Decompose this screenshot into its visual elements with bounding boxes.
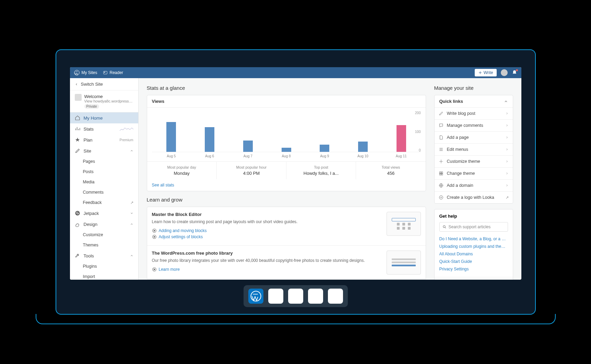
chevron-right-icon — [505, 160, 509, 163]
chart-bar[interactable] — [166, 122, 176, 152]
chevron-up-icon[interactable] — [504, 99, 508, 104]
sidebar-item-label: Feedback — [83, 200, 127, 205]
sidebar-item-my-home[interactable]: My Home — [70, 112, 138, 123]
laptop-base — [36, 314, 556, 324]
svg-rect-2 — [104, 72, 105, 73]
learn-link[interactable]: Adding and moving blocks — [152, 228, 382, 233]
learn-thumb — [387, 212, 421, 236]
help-link[interactable]: All About Domains — [439, 250, 508, 258]
search-placeholder: Search support articles — [449, 225, 491, 229]
dock-app[interactable] — [308, 289, 323, 304]
learn-item: The WordPress.com free photo libraryOur … — [147, 246, 426, 279]
sidebar-item-label: My Home — [84, 116, 133, 121]
chart-label: Aug 8 — [270, 154, 303, 158]
quick-links-title: Quick links — [439, 99, 463, 104]
looka-icon — [439, 195, 444, 200]
chart-bar[interactable] — [397, 125, 406, 152]
sidebar-item-stats[interactable]: Stats — [70, 123, 138, 134]
help-link[interactable]: Privacy Settings — [439, 265, 508, 273]
quick-link-create-a-logo-with-looka[interactable]: Create a logo with Looka↗ — [435, 192, 513, 203]
help-link[interactable]: Do I Need a Website, a Blog, or a W... — [439, 235, 508, 243]
help-link[interactable]: Uploading custom plugins and them... — [439, 243, 508, 250]
quick-link-add-a-domain[interactable]: Add a domain — [435, 180, 513, 192]
learn-link[interactable]: Adjust settings of blocks — [152, 234, 382, 239]
more-help-link[interactable]: ? More help — [435, 277, 513, 280]
my-sites-link[interactable]: My Sites — [74, 70, 97, 75]
sidebar-item-themes[interactable]: Themes — [70, 240, 138, 250]
sidebar: Switch Site Welcome View howdya8c.wordpr… — [70, 78, 139, 280]
chart-label: Aug 10 — [347, 154, 379, 158]
chart-label: Aug 5 — [155, 154, 188, 158]
jetpack-icon — [75, 210, 80, 216]
stat-value: 4:00 PM — [219, 171, 284, 176]
avatar[interactable] — [501, 69, 508, 76]
notifications-button[interactable] — [512, 70, 517, 75]
chevron-right-icon — [505, 136, 509, 139]
app-screen: My Sites Reader Write — [70, 67, 521, 280]
quick-link-manage-comments[interactable]: Manage comments — [435, 120, 513, 132]
quick-link-add-a-page[interactable]: Add a page — [435, 132, 513, 144]
quick-link-change-theme[interactable]: Change theme — [435, 168, 513, 180]
svg-rect-11 — [439, 174, 441, 175]
sidebar-item-posts[interactable]: Posts — [70, 167, 138, 177]
sidebar-item-pages[interactable]: Pages — [70, 156, 138, 167]
svg-point-8 — [440, 161, 442, 162]
chevron-right-icon — [505, 172, 509, 175]
help-link[interactable]: Quick-Start Guide — [439, 258, 508, 265]
sidebar-item-media[interactable]: Media — [70, 177, 138, 187]
chart-bar[interactable] — [243, 141, 253, 152]
sidebar-item-tools[interactable]: Tools — [70, 250, 138, 261]
laptop-frame: My Sites Reader Write — [56, 49, 536, 315]
star-icon — [75, 137, 80, 143]
see-all-stats-link[interactable]: See all stats — [147, 179, 426, 191]
chart-bar[interactable] — [282, 148, 291, 152]
external-icon: ↗ — [130, 201, 133, 205]
learn-item-desc: Learn how to create stunning post and pa… — [152, 219, 382, 225]
chart-label: Aug 6 — [193, 154, 226, 158]
quick-links-card: Quick links Write blog postManage commen… — [434, 95, 513, 204]
quick-link-label: Add a page — [447, 135, 502, 140]
reader-link[interactable]: Reader — [103, 70, 123, 75]
sidebar-item-plan[interactable]: PlanPremium — [70, 134, 138, 145]
write-button[interactable]: Write — [475, 69, 497, 76]
sidebar-item-customize[interactable]: Customize — [70, 230, 138, 240]
learn-card: Master the Block EditorLearn how to crea… — [147, 207, 426, 280]
dock-wordpress-app[interactable] — [248, 289, 263, 304]
quick-link-label: Customize theme — [447, 159, 502, 164]
comment-icon — [439, 123, 444, 128]
sidebar-item-design[interactable]: Design — [70, 219, 138, 230]
dock-app[interactable] — [328, 289, 343, 304]
learn-link[interactable]: Learn more — [152, 267, 382, 272]
wrench-icon — [75, 253, 80, 258]
chart-bar[interactable] — [358, 142, 368, 152]
dock-app[interactable] — [288, 289, 303, 304]
chart-bar[interactable] — [320, 145, 329, 152]
sidebar-item-plugins[interactable]: Plugins — [70, 261, 138, 271]
switch-site-link[interactable]: Switch Site — [70, 78, 138, 90]
chart-bar[interactable] — [205, 127, 214, 152]
sidebar-item-label: Tools — [84, 253, 127, 258]
svg-point-0 — [74, 70, 79, 75]
search-input[interactable]: Search support articles — [439, 222, 508, 232]
quick-link-customize-theme[interactable]: Customize theme — [435, 156, 513, 168]
stat-label: Most popular hour — [219, 165, 284, 169]
chevron-right-icon — [505, 112, 509, 115]
dock-app[interactable] — [268, 289, 283, 304]
sidebar-item-label: Posts — [83, 169, 133, 174]
quick-link-edit-menus[interactable]: Edit menus — [435, 144, 513, 156]
svg-point-3 — [75, 211, 80, 215]
search-icon — [442, 225, 447, 229]
sidebar-item-site[interactable]: Site — [70, 145, 138, 156]
sidebar-item-label: Plan — [84, 137, 116, 143]
site-header[interactable]: Welcome View howdya8c.wordpress.com Priv… — [70, 90, 138, 112]
stat-cell: Most popular dayMonday — [147, 162, 217, 179]
sidebar-item-comments[interactable]: Comments — [70, 187, 138, 197]
nav-extra: Premium — [119, 138, 133, 142]
sidebar-item-import[interactable]: Import — [70, 271, 138, 280]
quick-link-label: Manage comments — [447, 123, 502, 128]
sidebar-item-feedback[interactable]: Feedback↗ — [70, 197, 138, 208]
quick-link-write-blog-post[interactable]: Write blog post — [435, 108, 513, 120]
site-name: Welcome — [84, 94, 133, 99]
sidebar-item-jetpack[interactable]: Jetpack — [70, 208, 138, 219]
play-icon — [152, 228, 157, 233]
